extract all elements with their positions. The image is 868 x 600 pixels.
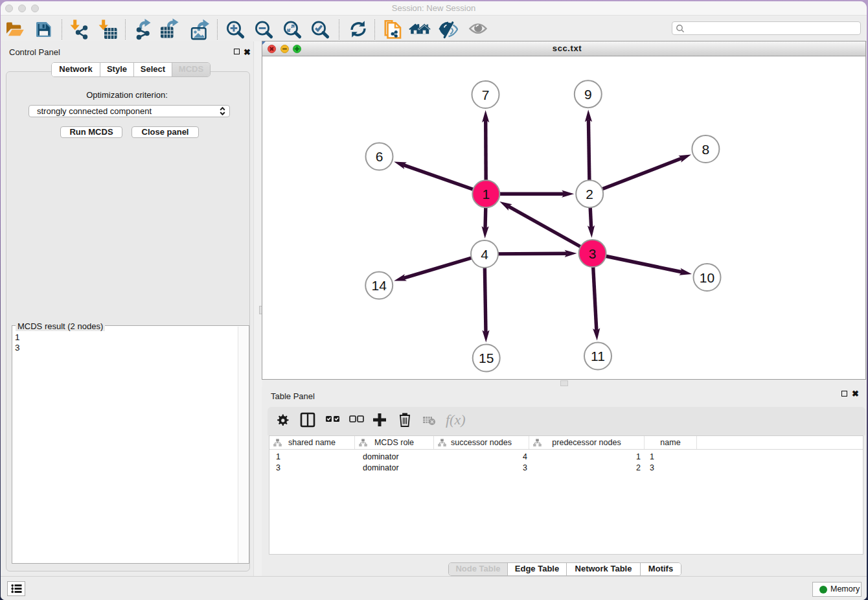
svg-text:8: 8 bbox=[702, 142, 710, 157]
svg-text:1: 1 bbox=[482, 187, 490, 202]
svg-text:3: 3 bbox=[589, 246, 597, 261]
svg-text:14: 14 bbox=[372, 278, 387, 293]
svg-text:11: 11 bbox=[591, 349, 605, 363]
svg-text:6: 6 bbox=[376, 149, 383, 164]
svg-text:7: 7 bbox=[482, 87, 490, 102]
svg-text:10: 10 bbox=[700, 270, 714, 285]
svg-text:2: 2 bbox=[586, 187, 593, 202]
svg-text:4: 4 bbox=[481, 247, 488, 262]
svg-text:f(x): f(x) bbox=[446, 411, 466, 428]
svg-text:15: 15 bbox=[479, 351, 494, 365]
svg-text:9: 9 bbox=[584, 87, 592, 102]
